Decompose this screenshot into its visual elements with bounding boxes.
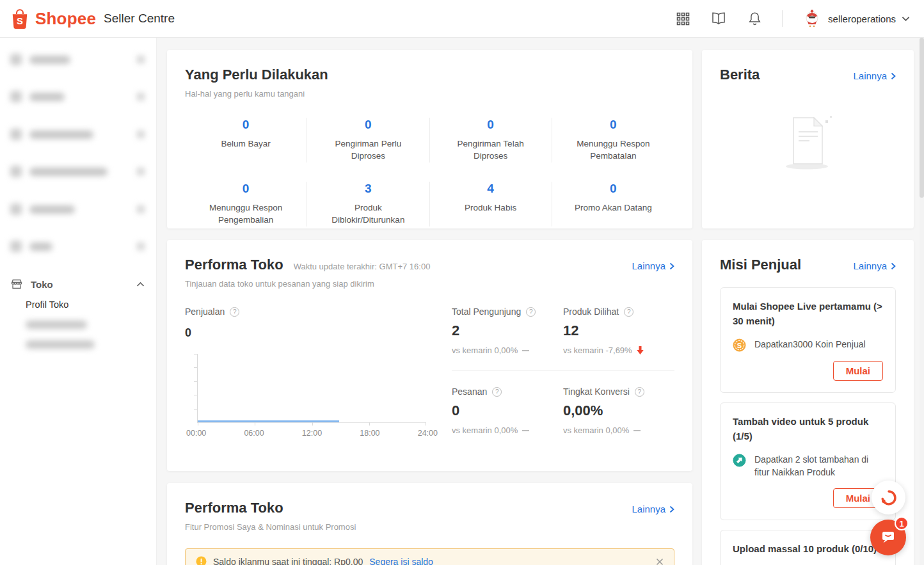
performa-updated-time: Waktu update terakhir: GMT+7 16:00 (294, 262, 431, 271)
apps-grid-icon[interactable] (674, 10, 691, 27)
mission-title: Mulai Shopee Live pertamamu (> 30 menit) (733, 299, 883, 328)
boost-icon (733, 454, 746, 467)
misi-lainnya-link[interactable]: Lainnya (853, 260, 896, 271)
todo-item-menunggu-respon-pengembalian[interactable]: 0 Menunggu Respon Pengembalian (185, 182, 307, 227)
chevron-icon (137, 93, 145, 100)
promo-lainnya-link[interactable]: Lainnya (632, 504, 674, 514)
mulai-button[interactable]: Mulai (833, 361, 883, 381)
stat-delta: vs kemarin 0,00% (563, 426, 629, 435)
x-tick-label: 06:00 (244, 429, 264, 438)
sidebar-subitem-redacted[interactable] (26, 319, 145, 330)
education-book-icon[interactable] (710, 10, 727, 27)
misi-title: Misi Penjual (720, 257, 801, 273)
todo-value: 0 (442, 118, 540, 132)
stat-value: 2 (452, 322, 563, 339)
redacted-label (29, 168, 108, 176)
stat-delta: vs kemarin -7,69% (563, 346, 632, 355)
sidebar-item-redacted[interactable] (10, 165, 145, 178)
promo-subtitle: Fitur Promosi Saya & Nominasi untuk Prom… (185, 522, 674, 532)
performa-lainnya-link[interactable]: Lainnya (632, 260, 674, 271)
stat-value: 0,00% (563, 402, 674, 419)
help-icon[interactable]: ? (624, 307, 633, 317)
todo-label: Belum Bayar (196, 138, 295, 150)
coin-icon: S (733, 338, 746, 352)
header-divider (782, 10, 783, 27)
stat-tingkat-konversi: Tingkat Konversi ? 0,00% vs kemarin 0,00… (563, 386, 674, 435)
help-icon[interactable]: ? (492, 387, 502, 397)
sales-label: Penjualan (185, 306, 225, 317)
chevron-right-icon (891, 72, 896, 80)
avatar (802, 7, 822, 30)
todo-item-belum-bayar[interactable]: 0 Belum Bayar (185, 118, 307, 163)
sidebar-item-toko[interactable]: Toko (10, 278, 145, 290)
ads-balance-banner: Saldo iklanmu saat ini tinggal: Rp0,00 S… (185, 548, 674, 565)
redacted-label (26, 340, 95, 349)
todo-value: 0 (196, 118, 295, 132)
sidebar-item-redacted[interactable] (10, 128, 145, 141)
sidebar-item-redacted[interactable] (10, 90, 145, 103)
sidebar-item-profil-toko-label: Profil Toko (26, 299, 68, 310)
performa-title: Performa Toko (185, 257, 283, 273)
chevron-right-icon (669, 262, 674, 270)
sales-value: 0 (185, 326, 435, 340)
user-menu[interactable]: selleroperations (802, 7, 910, 30)
todo-item-produk-diblokir[interactable]: 3 Produk Diblokir/Diturunkan (307, 182, 429, 227)
close-icon[interactable] (656, 558, 664, 565)
todo-title: Yang Perlu Dilakukan (185, 67, 328, 83)
mission-upload-massal: Upload massal 10 produk (0/10) Dapatkan … (720, 530, 896, 565)
performa-subtitle: Tinjauan data toko untuk pesanan yang si… (185, 279, 674, 289)
todo-subtitle: Hal-hal yang perlu kamu tangani (185, 89, 674, 99)
redacted-icon (10, 129, 22, 140)
sales-plot-area (197, 354, 426, 423)
todo-item-pengiriman-perlu-diproses[interactable]: 0 Pengiriman Perlu Diproses (307, 118, 429, 163)
x-tick-label: 18:00 (360, 429, 379, 438)
arrow-down-icon (637, 346, 644, 354)
stat-produk-dilihat: Produk Dilihat ? 12 vs kemarin -7,69% (563, 306, 674, 355)
app-header: S Shopee Seller Centre (0, 0, 924, 38)
sidebar-item-profil-toko[interactable]: Profil Toko (26, 299, 145, 310)
flat-trend-icon (633, 430, 641, 431)
svg-text:S: S (17, 15, 23, 26)
stat-delta: vs kemarin 0,00% (452, 426, 518, 435)
todo-value: 3 (319, 182, 417, 196)
mission-reward: Dapatkan3000 Koin Penjual (754, 338, 866, 351)
sidebar-subitem-redacted[interactable] (26, 338, 145, 350)
performa-toko-card: Performa Toko Waktu update terakhir: GMT… (167, 240, 692, 471)
help-icon[interactable]: ? (526, 307, 536, 317)
todo-item-pengiriman-telah-diproses[interactable]: 0 Pengiriman Telah Diproses (430, 118, 552, 163)
stat-pesanan: Pesanan ? 0 vs kemarin 0,00% (452, 386, 563, 435)
x-tick-label: 12:00 (302, 429, 322, 438)
todo-label: Produk Habis (442, 202, 540, 214)
shopee-logo[interactable]: S Shopee Seller Centre (10, 8, 175, 29)
chat-icon (879, 529, 897, 546)
chat-fab[interactable]: 1 (870, 520, 906, 555)
stat-label: Pesanan (452, 386, 487, 397)
chevron-icon (137, 205, 145, 213)
help-icon[interactable]: ? (635, 387, 644, 397)
shopee-bag-icon: S (10, 8, 29, 29)
scrollbar-track[interactable] (920, 38, 924, 565)
notification-bell-icon[interactable] (746, 10, 763, 27)
support-fab[interactable] (872, 481, 905, 514)
todo-label: Pengiriman Telah Diproses (442, 138, 540, 163)
sidebar-item-redacted[interactable] (10, 240, 145, 253)
sidebar-item-redacted[interactable] (10, 203, 145, 216)
stat-total-pengunjung: Total Pengunjung ? 2 vs kemarin 0,00% (452, 306, 563, 355)
berita-lainnya-link[interactable]: Lainnya (853, 70, 896, 81)
todo-item-promo-akan-datang[interactable]: 0 Promo Akan Datang (552, 182, 674, 227)
help-icon[interactable]: ? (230, 307, 239, 317)
chevron-icon (137, 243, 145, 250)
scrollbar-thumb[interactable] (920, 38, 924, 198)
banner-text: Saldo iklanmu saat ini tinggal: Rp0,00 (213, 557, 363, 565)
redacted-icon (10, 241, 22, 252)
todo-item-produk-habis[interactable]: 4 Produk Habis (430, 182, 552, 227)
todo-item-menunggu-respon-pembatalan[interactable]: 0 Menunggu Respon Pembatalan (552, 118, 674, 163)
redacted-label (29, 93, 65, 101)
mission-shopee-live: Mulai Shopee Live pertamamu (> 30 menit)… (720, 287, 896, 393)
stat-delta: vs kemarin 0,00% (452, 346, 518, 355)
sidebar-item-redacted[interactable] (10, 53, 145, 66)
chevron-icon (137, 56, 145, 63)
banner-link[interactable]: Segera isi saldo (369, 557, 433, 565)
redacted-label (29, 56, 70, 64)
sales-chart: Penjualan ? 0 00:00 06:00 12:00 (185, 306, 435, 438)
